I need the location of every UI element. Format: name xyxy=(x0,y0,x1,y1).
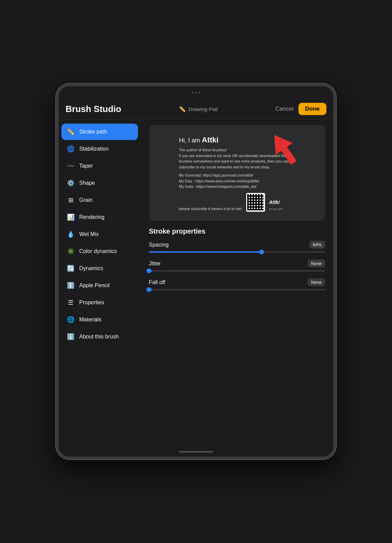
jitter-slider-thumb[interactable] xyxy=(146,268,151,273)
preview-line1: The author of these brushes! xyxy=(179,147,295,153)
spacing-slider-track[interactable] xyxy=(149,251,325,253)
sidebar-item-grain[interactable]: ⊞ Grain xyxy=(61,192,138,208)
sidebar: ✏️ Stroke path 🌀 Stabilization 〰️ Taper … xyxy=(59,120,141,447)
header: Brush Studio ✏️ Drawing Pad Cancel Done xyxy=(59,99,333,120)
preview-bottom: please subscribe it means a lot to me! A… xyxy=(179,193,295,212)
falloff-row: Fall off None xyxy=(149,278,325,290)
brand-name: ATTHI.ART xyxy=(269,207,283,212)
sidebar-item-color-dynamics[interactable]: ✳️ Color dynamics xyxy=(61,243,138,260)
sidebar-item-apple-pencil[interactable]: ℹ️ Apple Pencil xyxy=(61,277,138,294)
spacing-header: Spacing 64% xyxy=(149,241,325,249)
drawing-preview: Hi, I am Attki The author of these brush… xyxy=(149,125,325,221)
spacing-value: 64% xyxy=(309,241,325,249)
spacing-row: Spacing 64% xyxy=(149,241,325,253)
sidebar-label-dynamics: Dynamics xyxy=(79,265,103,272)
qr-inner xyxy=(247,194,264,210)
jitter-slider-track[interactable] xyxy=(149,270,325,272)
dot3 xyxy=(199,92,200,94)
sidebar-label-materials: Materials xyxy=(79,317,101,323)
jitter-slider-fill xyxy=(149,270,152,272)
sidebar-item-about-brush[interactable]: ℹ️ About this brush xyxy=(61,329,138,345)
stroke-properties-title: Stroke properties xyxy=(149,227,325,235)
preview-content: Hi, I am Attki The author of these brush… xyxy=(169,127,305,219)
preview-links: My Gumroad: https://app.gumroad.com/attk… xyxy=(179,172,295,190)
sidebar-label-color-dynamics: Color dynamics xyxy=(79,248,117,254)
author-name: Attki xyxy=(202,136,219,144)
sidebar-item-shape[interactable]: ⚙️ Shape xyxy=(61,175,138,191)
sidebar-label-properties: Properties xyxy=(79,300,104,306)
etsy-link: My Etsy : https://www.etsy.com/se-en/sho… xyxy=(179,178,295,184)
falloff-label: Fall off xyxy=(149,279,165,286)
sidebar-label-stabilization: Stabilization xyxy=(79,146,109,152)
wet-mix-icon: 💧 xyxy=(67,231,74,238)
sidebar-label-stroke-path: Stroke path xyxy=(79,129,107,135)
drawing-pad-label: Drawing Pad xyxy=(188,106,218,112)
sidebar-item-stabilization[interactable]: 🌀 Stabilization xyxy=(61,141,138,157)
spacing-slider-fill xyxy=(149,251,262,253)
header-actions: Cancel Done xyxy=(276,103,326,115)
jitter-header: Jitter None xyxy=(149,260,325,267)
stroke-path-icon: ✏️ xyxy=(67,128,74,136)
about-brush-icon: ℹ️ xyxy=(67,333,74,340)
color-dynamics-icon: ✳️ xyxy=(67,248,74,255)
sidebar-item-rendering[interactable]: 📊 Rendering xyxy=(61,209,138,225)
gumroad-link: My Gumroad: https://app.gumroad.com/attk… xyxy=(179,172,295,178)
sidebar-item-taper[interactable]: 〰️ Taper xyxy=(61,158,138,174)
rendering-icon: 📊 xyxy=(67,213,74,221)
app-container: Brush Studio ✏️ Drawing Pad Cancel Done … xyxy=(59,99,333,457)
taper-icon: 〰️ xyxy=(67,162,74,170)
sidebar-label-taper: Taper xyxy=(79,163,93,169)
preview-line2: If you are interested in my work OR acci… xyxy=(179,153,295,170)
sidebar-label-shape: Shape xyxy=(79,180,95,186)
sidebar-label-wet-mix: Wet Mix xyxy=(79,231,99,237)
brand-logo: Attki xyxy=(269,198,283,206)
sidebar-item-wet-mix[interactable]: 💧 Wet Mix xyxy=(61,226,138,242)
falloff-header: Fall off None xyxy=(149,278,325,286)
main-panel: Hi, I am Attki The author of these brush… xyxy=(141,120,333,447)
drawing-pad-label-area: ✏️ Drawing Pad xyxy=(179,106,218,112)
sidebar-item-dynamics[interactable]: 🔄 Dynamics xyxy=(61,260,138,277)
app-title: Brush Studio xyxy=(66,104,121,114)
dot2 xyxy=(195,92,197,94)
falloff-slider-fill xyxy=(149,289,152,290)
sidebar-label-rendering: Rendering xyxy=(79,214,104,220)
cancel-button[interactable]: Cancel xyxy=(276,106,294,112)
top-bar xyxy=(59,86,333,99)
bottom-bar xyxy=(59,447,333,457)
sidebar-label-about-brush: About this brush xyxy=(79,334,119,340)
camera-area xyxy=(192,89,200,96)
sidebar-label-apple-pencil: Apple Pencil xyxy=(79,282,110,289)
done-button[interactable]: Done xyxy=(298,103,327,115)
author-prefix: Hi, I am xyxy=(179,137,202,144)
dot1 xyxy=(192,92,194,94)
materials-icon: 🌐 xyxy=(67,316,74,323)
apple-pencil-icon: ℹ️ xyxy=(67,282,74,289)
spacing-label: Spacing xyxy=(149,242,169,248)
falloff-slider-thumb[interactable] xyxy=(146,287,151,292)
dynamics-icon: 🔄 xyxy=(67,265,74,272)
qr-code xyxy=(246,193,265,212)
jitter-value: None xyxy=(308,260,325,267)
shape-icon: ⚙️ xyxy=(67,179,74,187)
spacing-slider-thumb[interactable] xyxy=(259,250,264,254)
insta-link: My Insta : https://www.instagram.com/att… xyxy=(179,184,295,190)
sidebar-item-stroke-path[interactable]: ✏️ Stroke path xyxy=(61,124,138,140)
author-intro: Hi, I am Attki xyxy=(179,134,295,146)
sidebar-item-properties[interactable]: ☰ Properties xyxy=(61,294,138,311)
falloff-value: None xyxy=(308,278,325,286)
properties-icon: ☰ xyxy=(67,299,74,306)
power-button xyxy=(335,148,336,168)
jitter-label: Jitter xyxy=(149,261,161,267)
ipad-device: Brush Studio ✏️ Drawing Pad Cancel Done … xyxy=(56,84,336,459)
drawing-pad-icon: ✏️ xyxy=(179,106,186,112)
subscribe-text-area: please subscribe it means a lot to me! xyxy=(179,206,242,212)
subscribe-text: please subscribe it means a lot to me! xyxy=(179,206,242,212)
sidebar-item-materials[interactable]: 🌐 Materials xyxy=(61,311,138,328)
stabilization-icon: 🌀 xyxy=(67,145,74,153)
grain-icon: ⊞ xyxy=(67,196,74,204)
home-indicator xyxy=(179,451,213,452)
content-area: ✏️ Stroke path 🌀 Stabilization 〰️ Taper … xyxy=(59,120,333,447)
falloff-slider-track[interactable] xyxy=(149,289,325,290)
brand-area: Attki ATTHI.ART xyxy=(269,198,283,212)
sidebar-label-grain: Grain xyxy=(79,197,93,203)
